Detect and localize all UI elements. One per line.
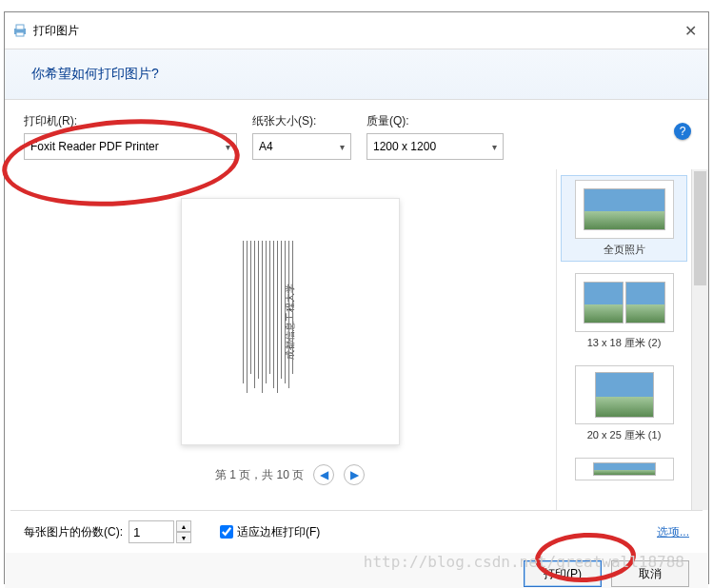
printer-icon bbox=[12, 23, 28, 38]
printer-label: 打印机(R): bbox=[24, 113, 237, 129]
layout-20x25[interactable]: 20 x 25 厘米 (1) bbox=[561, 362, 687, 446]
fit-label: 适应边框打印(F) bbox=[237, 524, 320, 540]
preview-page: 成都信息工程大学 bbox=[181, 198, 400, 445]
chevron-down-icon: ▾ bbox=[340, 142, 345, 152]
layout-more[interactable] bbox=[561, 454, 687, 484]
pager: 第 1 页，共 10 页 ◀ ▶ bbox=[215, 464, 365, 485]
spin-up-icon[interactable]: ▲ bbox=[176, 520, 191, 532]
quality-value: 1200 x 1200 bbox=[373, 140, 436, 153]
bottom-row: 每张图片的份数(C): ▲▼ 适应边框打印(F) 选项... bbox=[5, 511, 708, 553]
preview-column: 成都信息工程大学 第 1 页，共 10 页 ◀ ▶ bbox=[24, 169, 556, 510]
print-button[interactable]: 打印(P) bbox=[524, 560, 602, 587]
pager-text: 第 1 页，共 10 页 bbox=[215, 467, 304, 483]
paper-value: A4 bbox=[259, 140, 273, 153]
layout-thumb bbox=[575, 365, 674, 424]
layout-thumb bbox=[575, 273, 674, 332]
layout-label: 13 x 18 厘米 (2) bbox=[587, 336, 662, 350]
cancel-button[interactable]: 取消 bbox=[611, 560, 689, 587]
banner: 你希望如何打印图片? bbox=[5, 49, 708, 100]
printer-combobox[interactable]: Foxit Reader PDF Printer ▾ bbox=[24, 133, 237, 160]
titlebar: 打印图片 ✕ bbox=[5, 12, 708, 49]
close-icon[interactable]: ✕ bbox=[684, 22, 697, 40]
options-row: 打印机(R): Foxit Reader PDF Printer ▾ 纸张大小(… bbox=[5, 100, 708, 169]
quality-combobox[interactable]: 1200 x 1200 ▾ bbox=[366, 133, 504, 160]
middle-area: 成都信息工程大学 第 1 页，共 10 页 ◀ ▶ bbox=[5, 169, 708, 510]
fit-frame-checkbox[interactable]: 适应边框打印(F) bbox=[220, 524, 320, 540]
chevron-down-icon: ▾ bbox=[226, 142, 230, 152]
layout-13x18[interactable]: 13 x 18 厘米 (2) bbox=[561, 269, 687, 354]
layout-full-page[interactable]: 全页照片 bbox=[561, 175, 687, 262]
print-dialog: 打印图片 ✕ 你希望如何打印图片? 打印机(R): Foxit Reader P… bbox=[4, 11, 709, 584]
next-page-button[interactable]: ▶ bbox=[344, 464, 365, 485]
layout-label: 全页照片 bbox=[604, 243, 645, 257]
banner-question: 你希望如何打印图片? bbox=[31, 66, 159, 83]
copies-input[interactable] bbox=[129, 520, 174, 543]
copies-label: 每张图片的份数(C): bbox=[24, 524, 123, 540]
svg-rect-2 bbox=[16, 32, 24, 36]
layouts-column: 全页照片 13 x 18 厘米 (2) 20 x 25 厘米 (1) bbox=[556, 169, 691, 510]
dialog-title: 打印图片 bbox=[33, 23, 79, 39]
fit-checkbox-input[interactable] bbox=[220, 525, 233, 539]
paper-combobox[interactable]: A4 ▾ bbox=[252, 133, 351, 160]
prev-page-button[interactable]: ◀ bbox=[313, 464, 334, 485]
svg-rect-1 bbox=[16, 25, 24, 29]
quality-label: 质量(Q): bbox=[366, 113, 504, 129]
copies-spinner[interactable]: ▲▼ bbox=[176, 520, 191, 543]
help-icon[interactable]: ? bbox=[674, 123, 691, 140]
printer-value: Foxit Reader PDF Printer bbox=[30, 140, 159, 153]
action-row: 打印(P) 取消 bbox=[5, 553, 708, 588]
spin-down-icon[interactable]: ▼ bbox=[176, 532, 191, 543]
layout-label: 20 x 25 厘米 (1) bbox=[587, 428, 662, 442]
chevron-down-icon: ▾ bbox=[492, 142, 497, 152]
document-preview: 成都信息工程大学 bbox=[205, 217, 376, 426]
options-link[interactable]: 选项... bbox=[657, 524, 689, 540]
layouts-scrollbar[interactable] bbox=[691, 169, 708, 510]
layout-thumb bbox=[575, 180, 674, 239]
paper-label: 纸张大小(S): bbox=[252, 113, 351, 129]
layout-thumb bbox=[575, 458, 674, 480]
